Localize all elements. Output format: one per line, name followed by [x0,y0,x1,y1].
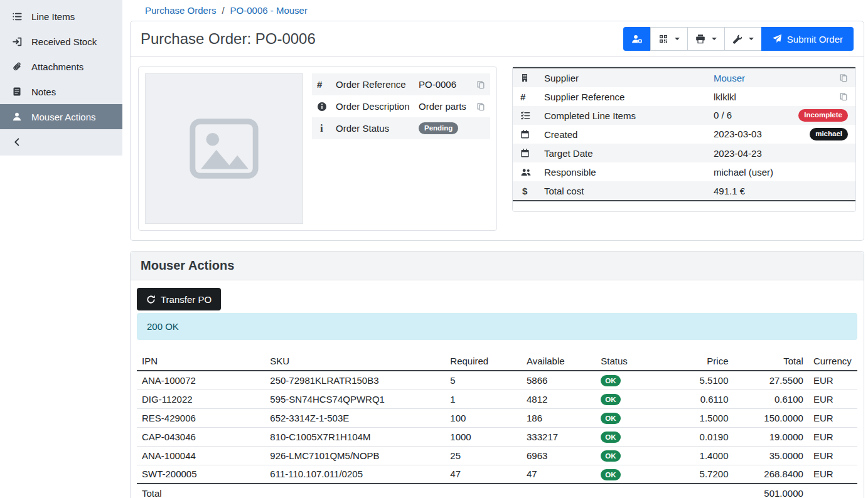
detail-label: Responsible [544,167,714,177]
detail-value: 0 / 6 [714,110,732,120]
detail-value: michael (user) [714,167,773,177]
cell-price: 5.7200 [662,465,734,484]
detail-value: 2023-03-03 [714,129,762,139]
detail-row-created: Created 2023-03-03 michael [513,125,855,144]
detail-row-supplier-reference: # Supplier Reference lklklkl [513,87,855,106]
cell-currency: EUR [808,446,857,465]
detail-label: Order Description [336,101,419,112]
detail-label: Completed Line Items [544,110,714,121]
footer-label: Total [137,484,265,498]
cell-sku: 810-C1005X7R1H104M [265,427,445,446]
cell-available: 333217 [522,427,596,446]
status-badge: OK [601,432,620,443]
status-badge: OK [601,394,620,405]
table-header-row: IPN SKU Required Available Status Price … [137,355,857,371]
main-content: Purchase Orders / PO-0006 - Mouser Purch… [122,0,868,498]
order-toolbar: Submit Order [623,27,854,51]
submit-order-button[interactable]: Submit Order [761,27,854,51]
cell-required: 47 [445,465,522,484]
mouser-actions-card: Mouser Actions Transfer PO 200 OK [130,251,864,498]
purchase-order-header: Purchase Order: PO-0006 [131,21,864,57]
image-icon [187,112,261,186]
cell-sku: 652-3314Z-1-503E [265,408,445,427]
status-badge: OK [601,375,620,386]
supplier-details-panel: Supplier Mouser # Supplier Ref [512,66,856,212]
cell-sku: 595-SN74HCS74QPWRQ1 [265,389,445,408]
cell-status: OK [596,408,661,427]
col-required: Required [445,355,522,371]
col-price: Price [662,355,734,371]
sidebar-item-label: Line Items [31,11,75,22]
detail-label: Supplier Reference [544,92,714,102]
cell-available: 186 [522,408,596,427]
barcode-dropdown-button[interactable] [650,27,688,51]
sidebar: Line Items Received Stock Attachments No… [0,0,122,156]
col-ipn: IPN [137,355,265,371]
caret-down-icon [675,38,680,40]
supplier-details-table: Supplier Mouser # Supplier Ref [513,67,855,201]
cell-price: 1.5000 [662,408,734,427]
cell-total: 35.0000 [734,446,808,465]
copy-icon[interactable] [839,92,848,101]
mouser-actions-header: Mouser Actions [131,252,864,280]
sidebar-item-attachments[interactable]: Attachments [0,54,122,79]
cell-price: 1.4000 [662,446,734,465]
sidebar-item-line-items[interactable]: Line Items [0,4,122,29]
printer-icon [695,34,705,44]
cell-currency: EUR [808,465,857,484]
building-icon [520,73,544,83]
status-badge: OK [601,469,620,480]
incomplete-badge: Incomplete [798,109,848,122]
detail-label: Created [544,129,714,140]
info-circle-icon [317,102,336,112]
detail-value: PO-0006 [419,79,456,90]
cell-currency: EUR [808,371,857,389]
refresh-icon [146,295,156,304]
supplier-link[interactable]: Mouser [714,73,745,83]
cell-price: 5.5100 [662,371,734,389]
sidebar-item-notes[interactable]: Notes [0,79,122,104]
breadcrumb-link-purchase-orders[interactable]: Purchase Orders [145,5,216,16]
status-alert-text: 200 OK [147,321,179,332]
breadcrumb-separator: / [222,5,224,16]
cell-required: 25 [445,446,522,465]
cell-available: 47 [522,465,596,484]
detail-value: 491.1 € [714,186,745,196]
cell-price: 0.6110 [662,389,734,408]
detail-value: 2023-04-23 [714,148,762,159]
detail-row-target-date: Target Date 2023-04-23 [513,144,855,162]
sidebar-item-label: Received Stock [31,36,97,47]
paperclip-icon [11,61,23,72]
info-icon: i [317,122,336,135]
user-cog-button[interactable] [623,27,651,51]
print-dropdown-button[interactable] [687,27,725,51]
note-icon [11,87,23,97]
order-image-placeholder[interactable] [145,73,303,224]
transfer-po-button[interactable]: Transfer PO [137,288,221,310]
copy-icon[interactable] [476,80,485,89]
dollar-icon: $ [520,186,544,196]
caret-down-icon [749,38,754,40]
sidebar-collapse-button[interactable] [0,129,122,154]
sidebar-item-mouser-actions[interactable]: Mouser Actions [0,104,122,129]
breadcrumb-link-current-order[interactable]: PO-0006 - Mouser [230,5,308,16]
sidebar-item-received-stock[interactable]: Received Stock [0,29,122,54]
cell-currency: EUR [808,389,857,408]
detail-row-order-reference: # Order Reference PO-0006 [312,73,490,95]
detail-row-responsible: Responsible michael (user) [513,162,855,181]
table-row: RES-429006 652-3314Z-1-503E 100 186 OK 1… [137,408,857,427]
cell-ipn: ANA-100044 [137,446,265,465]
chevron-left-icon [11,137,23,147]
detail-row-order-status: i Order Status Pending [312,117,490,139]
app-root: Line Items Received Stock Attachments No… [0,0,868,498]
transfer-po-label: Transfer PO [161,294,212,305]
copy-icon[interactable] [839,73,848,82]
detail-label: Target Date [544,148,714,159]
col-currency: Currency [808,355,857,371]
copy-icon[interactable] [476,102,485,111]
actions-dropdown-button[interactable] [724,27,762,51]
mouser-actions-body: Transfer PO 200 OK IPN SKU Required [131,280,864,498]
cell-total: 19.0000 [734,427,808,446]
caret-down-icon [712,38,717,40]
order-details-panel: # Order Reference PO-0006 [138,66,497,231]
